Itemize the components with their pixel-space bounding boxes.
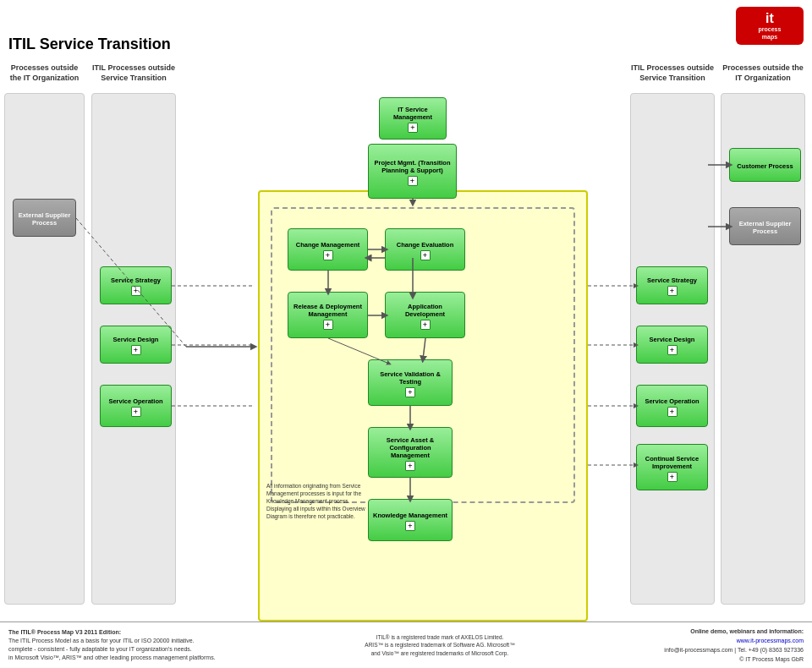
svc-operation-right-label: Service Operation [645, 397, 699, 405]
knowledge-label: Knowledge Management [373, 512, 447, 519]
service-asset-plus[interactable]: + [405, 461, 415, 471]
logo-process-text: processmaps [759, 26, 782, 41]
change-mgmt-box[interactable]: Change Management + [288, 228, 368, 271]
col-header-left-inner: ITIL Processes outside Service Transitio… [91, 63, 176, 83]
svc-operation-right-box[interactable]: Service Operation + [636, 385, 708, 427]
footer-right: Online demo, webinars and information: w… [664, 627, 804, 665]
footer-left-bold: The ITIL® Process Map V3 2011 Edition: [8, 629, 121, 635]
svc-design-left-plus[interactable]: + [131, 345, 141, 355]
service-val-plus[interactable]: + [405, 387, 415, 397]
release-deploy-plus[interactable]: + [323, 320, 333, 330]
svc-design-right-label: Service Design [650, 336, 695, 343]
change-eval-label: Change Evaluation [397, 241, 454, 249]
footer-right-url: www.it-processmaps.com [737, 638, 804, 643]
svc-operation-left-label: Service Operation [108, 397, 162, 405]
app-dev-plus[interactable]: + [420, 320, 431, 330]
it-service-mgmt-label: IT Service Management [382, 106, 443, 121]
svc-operation-left-plus[interactable]: + [131, 407, 141, 417]
col-header-left-outer: Processes outside the IT Organization [4, 63, 85, 83]
ext-supplier-left-label: External Supplier Process [16, 211, 73, 227]
change-mgmt-label: Change Management [296, 241, 359, 249]
svc-strategy-left-plus[interactable]: + [131, 286, 141, 296]
service-val-label: Service Validation & Testing [371, 370, 449, 386]
service-val-box[interactable]: Service Validation & Testing + [368, 359, 453, 406]
project-mgmt-label: Project Mgmt. (Transition Planning & Sup… [371, 159, 453, 174]
svc-operation-left-box[interactable]: Service Operation + [100, 385, 172, 427]
svc-strategy-right-label: Service Strategy [647, 277, 697, 284]
release-deploy-label: Release & Deployment Management [291, 303, 365, 318]
change-eval-plus[interactable]: + [420, 250, 431, 260]
footer-right-bold: Online demo, webinars and information: [690, 628, 804, 634]
logo: it processmaps [736, 7, 804, 45]
change-mgmt-plus[interactable]: + [323, 250, 333, 260]
footer-center-text: ITIL® is a registered trade mark of AXEL… [365, 634, 514, 655]
svc-design-left-label: Service Design [113, 336, 159, 343]
it-service-mgmt-box[interactable]: IT Service Management + [379, 97, 447, 140]
svc-operation-right-plus[interactable]: + [667, 407, 678, 417]
svc-strategy-right-box[interactable]: Service Strategy + [636, 266, 708, 304]
customer-right-label: Customer Process [737, 162, 793, 170]
footer-left-text: The ITIL Process Model as a basis for yo… [8, 638, 216, 660]
svc-design-right-plus[interactable]: + [667, 345, 678, 355]
continual-right-label: Continual Service Improvement [639, 455, 705, 470]
footer-right-contact: info@it-processmaps.com | Tel. +49 (0) 8… [664, 647, 804, 653]
svc-strategy-right-plus[interactable]: + [667, 286, 678, 296]
footer-left: The ITIL® Process Map V3 2011 Edition: T… [8, 628, 216, 661]
col-header-right-inner: ITIL Processes outside Service Transitio… [630, 63, 715, 83]
continual-right-plus[interactable]: + [667, 472, 678, 482]
knowledge-plus[interactable]: + [405, 521, 415, 531]
note-text: All information originating from Service… [266, 482, 368, 520]
service-asset-box[interactable]: Service Asset & Configuration Management… [368, 427, 453, 478]
footer-right-copy: © IT Process Maps GbR [739, 656, 804, 662]
continual-right-box[interactable]: Continual Service Improvement + [636, 444, 708, 490]
ext-supplier-left-box[interactable]: External Supplier Process [13, 199, 76, 237]
swimlane-left-outer [4, 93, 85, 605]
svc-strategy-left-box[interactable]: Service Strategy + [100, 266, 172, 304]
col-header-right-outer: Processes outside the IT Organization [721, 63, 805, 83]
page-title: ITIL Service Transition [8, 36, 171, 53]
customer-right-box[interactable]: Customer Process [729, 148, 801, 182]
svc-design-right-box[interactable]: Service Design + [636, 326, 708, 364]
knowledge-box[interactable]: Knowledge Management + [368, 499, 453, 541]
it-service-mgmt-plus[interactable]: + [408, 123, 418, 133]
service-asset-label: Service Asset & Configuration Management [371, 436, 449, 459]
logo-it-text: it [765, 11, 774, 26]
svc-strategy-left-label: Service Strategy [111, 277, 161, 284]
app-dev-box[interactable]: Application Development + [385, 292, 465, 338]
footer: The ITIL® Process Map V3 2011 Edition: T… [0, 621, 812, 668]
ext-supplier-right-box[interactable]: External Supplier Process [729, 207, 801, 245]
svc-design-left-box[interactable]: Service Design + [100, 326, 172, 364]
app-dev-label: Application Development [388, 303, 462, 318]
footer-center: ITIL® is a registered trade mark of AXEL… [365, 633, 514, 656]
project-mgmt-plus[interactable]: + [408, 176, 418, 186]
diagram-area: Processes outside the IT Organization IT… [0, 59, 812, 621]
project-mgmt-box[interactable]: Project Mgmt. (Transition Planning & Sup… [368, 144, 457, 199]
release-deploy-box[interactable]: Release & Deployment Management + [288, 292, 368, 338]
ext-supplier-right-label: External Supplier Process [732, 220, 798, 235]
change-eval-box[interactable]: Change Evaluation + [385, 228, 465, 271]
